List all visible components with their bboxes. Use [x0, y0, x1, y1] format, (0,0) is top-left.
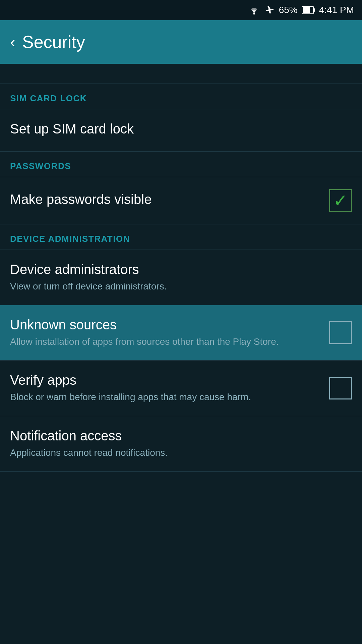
- status-icons: 65% 4:41 PM: [248, 5, 354, 15]
- settings-row-title-set-up-sim-card-lock: Set up SIM card lock: [10, 121, 345, 137]
- settings-row-subtitle-unknown-sources: Allow installation of apps from sources …: [10, 335, 322, 348]
- back-button[interactable]: ‹: [10, 34, 15, 50]
- partial-scrolled-content: [0, 64, 362, 84]
- section-header-text-device-administration: DEVICE ADMINISTRATION: [10, 234, 130, 244]
- settings-sections: SIM CARD LOCK Set up SIM card lockPASSWO…: [0, 84, 362, 472]
- svg-rect-2: [313, 8, 315, 12]
- checkbox-unknown-sources[interactable]: [329, 321, 352, 344]
- settings-row-set-up-sim-card-lock[interactable]: Set up SIM card lock: [0, 109, 362, 152]
- airplane-icon: [264, 5, 275, 15]
- settings-row-content-notification-access: Notification accessApplications cannot r…: [10, 428, 352, 459]
- action-bar: ‹ Security: [0, 20, 362, 64]
- svg-point-0: [253, 13, 255, 15]
- status-bar: 65% 4:41 PM: [0, 0, 362, 20]
- settings-row-content-set-up-sim-card-lock: Set up SIM card lock: [10, 121, 352, 139]
- svg-rect-3: [303, 7, 310, 13]
- section-header-device-administration: DEVICE ADMINISTRATION: [0, 224, 362, 250]
- settings-row-content-unknown-sources: Unknown sourcesAllow installation of app…: [10, 317, 329, 348]
- settings-row-title-unknown-sources: Unknown sources: [10, 317, 322, 332]
- checkbox-make-passwords-visible[interactable]: ✓: [329, 189, 352, 212]
- settings-row-subtitle-device-administrators: View or turn off device administrators.: [10, 280, 345, 293]
- checkbox-verify-apps[interactable]: [329, 377, 352, 399]
- settings-row-unknown-sources[interactable]: Unknown sourcesAllow installation of app…: [0, 305, 362, 361]
- settings-row-content-verify-apps: Verify appsBlock or warn before installi…: [10, 373, 329, 404]
- battery-icon: [302, 5, 315, 15]
- settings-row-verify-apps[interactable]: Verify appsBlock or warn before installi…: [0, 361, 362, 416]
- time-display: 4:41 PM: [319, 5, 354, 15]
- settings-row-subtitle-verify-apps: Block or warn before installing apps tha…: [10, 390, 322, 404]
- wifi-icon: [248, 5, 260, 15]
- settings-row-subtitle-notification-access: Applications cannot read notifications.: [10, 446, 345, 459]
- section-header-text-sim-card-lock: SIM CARD LOCK: [10, 93, 87, 103]
- settings-row-notification-access[interactable]: Notification accessApplications cannot r…: [0, 416, 362, 472]
- settings-row-title-make-passwords-visible: Make passwords visible: [10, 192, 322, 207]
- settings-row-title-notification-access: Notification access: [10, 428, 345, 443]
- settings-row-content-make-passwords-visible: Make passwords visible: [10, 192, 329, 210]
- section-header-passwords: PASSWORDS: [0, 152, 362, 177]
- checkmark-make-passwords-visible: ✓: [333, 192, 348, 209]
- page-title: Security: [22, 32, 85, 52]
- settings-row-title-verify-apps: Verify apps: [10, 373, 322, 388]
- section-header-text-passwords: PASSWORDS: [10, 161, 71, 171]
- settings-row-make-passwords-visible[interactable]: Make passwords visible✓: [0, 177, 362, 224]
- battery-percent: 65%: [279, 5, 298, 15]
- section-header-sim-card-lock: SIM CARD LOCK: [0, 84, 362, 109]
- settings-row-content-device-administrators: Device administratorsView or turn off de…: [10, 262, 352, 293]
- settings-row-device-administrators[interactable]: Device administratorsView or turn off de…: [0, 250, 362, 305]
- settings-row-title-device-administrators: Device administrators: [10, 262, 345, 277]
